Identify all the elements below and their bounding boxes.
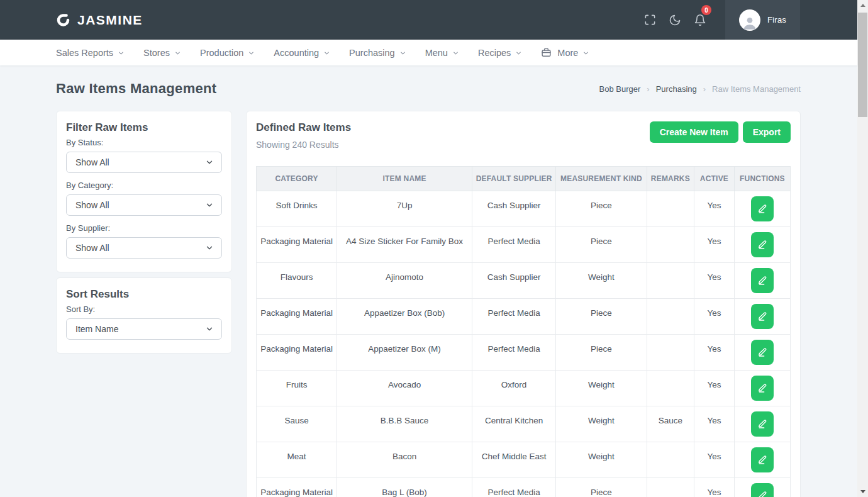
cell-active: Yes [694,371,735,406]
chevron-down-icon [399,50,406,57]
cell-active: Yes [694,263,735,299]
nav-item-label: Stores [143,48,170,58]
edit-item-button[interactable] [751,340,774,365]
sort-by-field: Sort By: Item Name [66,304,222,340]
cell-active: Yes [694,335,735,371]
status-filter-select[interactable]: Show All [66,152,222,173]
edit-item-button[interactable] [751,268,774,293]
pencil-icon [757,383,767,393]
pencil-icon [757,347,767,357]
scrollbar-down-arrow[interactable] [857,486,868,497]
pencil-icon [757,240,767,250]
cell-default-supplier: Perfect Media [472,478,555,497]
nav-item-sales-reports[interactable]: Sales Reports [56,48,125,58]
results-count: Showing 240 Results [256,140,351,150]
nav-item-recipes[interactable]: Recipes [478,48,522,58]
user-menu[interactable]: Firas [725,0,800,40]
vertical-scrollbar [857,0,868,497]
category-filter-select[interactable]: Show All [66,194,222,216]
jasmine-logo-icon [56,13,71,28]
brand-logo[interactable]: JASMINE [56,13,143,28]
cell-functions [734,371,790,406]
edit-item-button[interactable] [751,304,774,329]
app-window: JASMINE [0,0,857,497]
dark-mode-button[interactable] [662,0,687,40]
cell-active: Yes [694,227,735,263]
page-title: Raw Items Management [56,81,216,97]
nav-item-purchasing[interactable]: Purchasing [349,48,406,58]
notifications-button[interactable]: 0 [687,0,713,40]
chevron-down-icon [452,50,459,57]
edit-item-button[interactable] [751,411,774,437]
nav-item-label: Sales Reports [56,48,113,58]
cell-default-supplier: Cash Supplier [472,263,555,299]
cell-remarks [647,227,694,263]
results-actions: Create New Item Export [650,121,791,143]
chevron-down-icon [174,50,181,57]
cell-active: Yes [694,442,735,478]
supplier-filter-label: By Supplier: [66,223,222,233]
status-filter-value: Show All [75,157,109,167]
cell-active: Yes [694,191,735,227]
cell-item-name: B.B.B Sauce [337,406,472,442]
nav-item-more[interactable]: More [541,47,589,58]
supplier-filter-select[interactable]: Show All [66,237,222,259]
person-icon [742,14,758,31]
topbar-actions: 0 Firas [637,0,800,40]
sort-by-select[interactable]: Item Name [66,318,222,340]
cell-measurement-kind: Weight [556,442,647,478]
edit-item-button[interactable] [751,447,774,472]
scrollbar-thumb[interactable] [858,13,867,117]
nav-item-label: Production [200,48,243,58]
category-filter-field: By Category: Show All [66,181,222,216]
nav-item-accounting[interactable]: Accounting [274,48,330,58]
nav-item-label: Recipes [478,48,511,58]
cell-measurement-kind: Piece [556,227,647,263]
nav-item-stores[interactable]: Stores [143,48,181,58]
breadcrumb-separator: › [647,84,649,94]
cell-functions [734,191,790,227]
scrollbar-up-arrow[interactable] [857,0,868,11]
results-title: Defined Raw Items [256,121,351,134]
cell-default-supplier: Perfect Media [472,299,555,335]
nav-item-label: Accounting [274,48,319,58]
export-button[interactable]: Export [743,121,791,143]
breadcrumb-item-bob-burger[interactable]: Bob Burger [599,84,641,94]
cell-category: Soft Drinks [257,191,337,227]
fullscreen-button[interactable] [637,0,662,40]
column-header-measurement-kind: Measurement Kind [556,167,647,191]
raw-items-table: Category Item Name Default Supplier Meas… [256,166,791,497]
raw-items-table-body: Soft Drinks 7Up Cash Supplier Piece Yes [257,191,791,497]
edit-item-button[interactable] [751,483,774,497]
table-row: Fruits Avocado Oxford Weight Yes [257,371,791,406]
filter-card: Filter Raw Items By Status: Show All By … [56,111,232,272]
sort-by-value: Item Name [75,324,118,334]
page-header: Raw Items Management Bob Burger › Purcha… [0,65,857,111]
cell-remarks [647,191,694,227]
results-header: Defined Raw Items Showing 240 Results Cr… [256,121,791,150]
cell-remarks [647,299,694,335]
nav-item-menu[interactable]: Menu [425,48,459,58]
breadcrumb-item-purchasing[interactable]: Purchasing [656,84,697,94]
edit-item-button[interactable] [751,196,774,221]
cell-item-name: Avocado [337,371,472,406]
cell-default-supplier: Cash Supplier [472,191,555,227]
status-filter-label: By Status: [66,138,222,147]
chevron-down-icon [205,201,214,209]
nav-item-production[interactable]: Production [200,48,255,58]
pencil-icon [757,419,767,429]
cell-remarks [647,371,694,406]
cell-item-name: A4 Size Sticker For Family Box [337,227,472,263]
edit-item-button[interactable] [751,232,774,257]
column-header-item-name: Item Name [337,167,472,191]
edit-item-button[interactable] [751,376,774,401]
cell-item-name: Ajinomoto [337,263,472,299]
supplier-filter-field: By Supplier: Show All [66,223,222,259]
pencil-icon [757,491,767,497]
create-new-item-button[interactable]: Create New Item [650,121,738,143]
table-row: Soft Drinks 7Up Cash Supplier Piece Yes [257,191,791,227]
filter-sidebar: Filter Raw Items By Status: Show All By … [56,111,232,354]
cell-category: Packaging Material [257,299,337,335]
sort-card-title: Sort Results [66,288,222,301]
cell-measurement-kind: Weight [556,263,647,299]
